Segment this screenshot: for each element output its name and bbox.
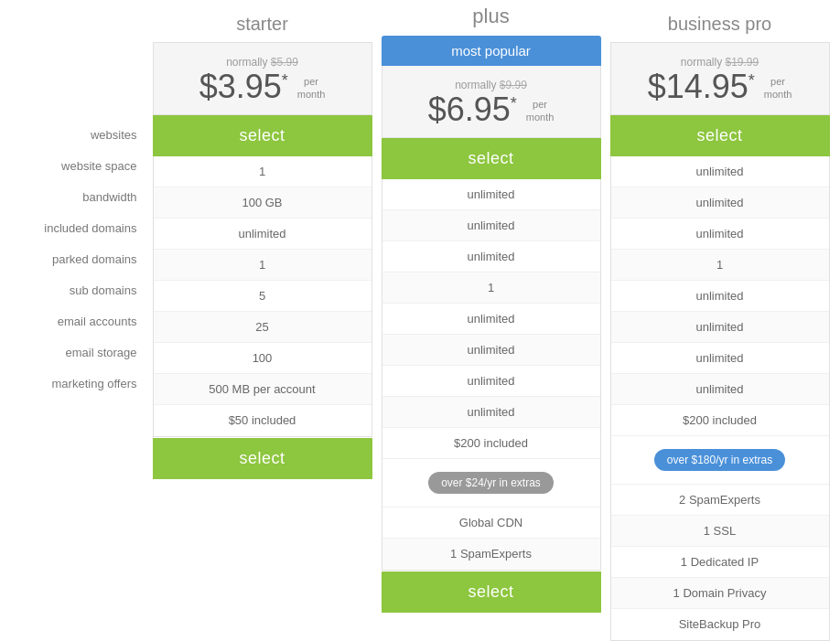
bp-sub-domains: unlimited — [611, 312, 829, 343]
bp-extras-badge-row: over $180/yr in extras — [611, 436, 829, 485]
plus-email-accounts: unlimited — [382, 366, 600, 397]
plus-title: plus — [382, 0, 601, 36]
label-websites: websites — [6, 119, 148, 150]
starter-bandwidth: unlimited — [154, 219, 372, 250]
starter-parked-domains: 5 — [154, 281, 372, 312]
labels-column: websites website space bandwidth include… — [6, 119, 148, 399]
page: websites website space bandwidth include… — [0, 0, 840, 641]
plus-extras-badge-row: over $24/yr in extras — [382, 459, 600, 507]
bp-extra-4: 1 Domain Privacy — [611, 578, 829, 609]
starter-websites: 1 — [154, 156, 372, 187]
label-email-accounts: email accounts — [6, 305, 148, 337]
starter-sub-domains: 25 — [154, 312, 372, 343]
bp-extra-2: 1 SSL — [611, 516, 829, 547]
plus-website-space: unlimited — [382, 210, 600, 241]
starter-select-button-bottom[interactable]: select — [153, 438, 372, 479]
plan-starter: starter normally $5.99 $3.95* permonth s… — [153, 9, 372, 479]
plus-select-button-bottom[interactable]: select — [382, 572, 601, 613]
plus-included-domains: 1 — [382, 272, 600, 304]
plus-select-button[interactable]: select — [382, 138, 601, 179]
bp-email-storage: unlimited — [611, 374, 829, 405]
starter-select-button[interactable]: select — [153, 115, 372, 156]
plus-features: unlimited unlimited unlimited 1 unlimite… — [382, 179, 601, 571]
starter-normally: normally $5.99 — [163, 56, 362, 69]
starter-price: $3.95* — [199, 68, 297, 105]
plus-normally: normally $9.99 — [392, 79, 591, 91]
starter-price-box: normally $5.99 $3.95* permonth — [153, 42, 372, 115]
bp-extras-badge: over $180/yr in extras — [654, 449, 785, 471]
bp-parked-domains: unlimited — [611, 281, 829, 312]
label-included-domains: included domains — [6, 212, 148, 243]
plan-plus: plus most popular normally $9.99 $6.95* … — [382, 0, 601, 613]
bp-website-space: unlimited — [611, 187, 829, 219]
starter-features: 1 100 GB unlimited 1 5 25 100 500 MB per… — [153, 156, 372, 437]
plus-extra-1: Global CDN — [382, 507, 600, 539]
bp-extra-1: 2 SpamExperts — [611, 485, 829, 516]
bp-websites: unlimited — [611, 156, 829, 187]
starter-marketing-offers: $50 included — [154, 405, 372, 436]
starter-per-month: permonth — [297, 75, 326, 101]
bp-extra-5: SiteBackup Pro — [611, 609, 829, 640]
starter-email-storage: 500 MB per account — [154, 374, 372, 405]
business-pro-select-button[interactable]: select — [610, 115, 830, 156]
label-website-space: website space — [6, 150, 148, 181]
plus-marketing-offers: $200 included — [382, 428, 600, 459]
starter-email-accounts: 100 — [154, 343, 372, 374]
starter-website-space: 100 GB — [154, 187, 372, 219]
bp-email-accounts: unlimited — [611, 343, 829, 374]
plus-per-month: permonth — [526, 98, 555, 124]
plus-websites: unlimited — [382, 179, 600, 210]
most-popular-badge: most popular — [382, 36, 601, 66]
plan-business-pro: business pro normally $19.99 $14.95* per… — [610, 9, 830, 641]
business-pro-title: business pro — [610, 9, 830, 42]
label-email-storage: email storage — [6, 337, 148, 368]
plus-sub-domains: unlimited — [382, 335, 600, 366]
business-pro-price-box: normally $19.99 $14.95* permonth — [610, 42, 830, 115]
label-bandwidth: bandwidth — [6, 181, 148, 212]
plus-extras-badge: over $24/yr in extras — [428, 472, 554, 494]
business-pro-normally: normally $19.99 — [620, 56, 820, 69]
bp-extra-3: 1 Dedicated IP — [611, 547, 829, 578]
plus-email-storage: unlimited — [382, 397, 600, 428]
bp-included-domains: 1 — [611, 250, 829, 281]
plus-extra-2: 1 SpamExperts — [382, 539, 600, 570]
business-pro-per-month: permonth — [764, 75, 792, 101]
bp-bandwidth: unlimited — [611, 219, 829, 250]
label-sub-domains: sub domains — [6, 274, 148, 305]
plus-parked-domains: unlimited — [382, 304, 600, 335]
label-parked-domains: parked domains — [6, 243, 148, 274]
bp-marketing-offers: $200 included — [611, 405, 829, 436]
plus-price-box: normally $9.99 $6.95* permonth — [382, 66, 601, 138]
business-pro-features: unlimited unlimited unlimited 1 unlimite… — [610, 156, 830, 641]
label-marketing-offers: marketing offers — [6, 368, 148, 399]
plus-price: $6.95* — [428, 91, 526, 128]
starter-included-domains: 1 — [154, 250, 372, 281]
business-pro-price: $14.95* — [648, 68, 764, 105]
plans-wrapper: websites website space bandwidth include… — [0, 9, 840, 641]
starter-title: starter — [153, 9, 372, 42]
plus-bandwidth: unlimited — [382, 241, 600, 272]
